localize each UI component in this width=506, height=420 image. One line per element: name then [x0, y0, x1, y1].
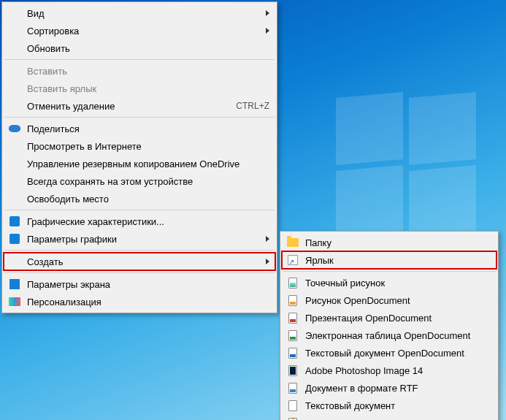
intel-icon — [8, 215, 21, 228]
personalize-icon — [8, 295, 21, 308]
blank-icon — [8, 7, 21, 20]
menu-item-label: Точечный рисунок — [305, 278, 491, 289]
blank-icon — [8, 64, 21, 77]
menu-item-gfx-params[interactable]: Параметры графики — [4, 230, 275, 248]
menu-item-refresh[interactable]: Обновить — [4, 39, 275, 57]
menu-separator — [4, 250, 275, 251]
menu-item-label: Вид — [27, 8, 260, 19]
menu-item-label: Поделиться — [27, 123, 269, 134]
menu-item-always-save[interactable]: Всегда сохранять на этом устройстве — [4, 172, 275, 190]
menu-item-bmp[interactable]: Точечный рисунок — [282, 274, 497, 291]
blank-icon — [8, 82, 21, 95]
desktop-context-menu: ВидСортировкаОбновитьВставитьВставить яр… — [1, 1, 277, 313]
menu-item-shortcut: CTRL+Z — [236, 101, 269, 111]
onedrive-icon — [8, 122, 21, 135]
blank-icon — [8, 255, 21, 268]
menu-item-psd[interactable]: Adobe Photoshop Image 14 — [282, 362, 497, 379]
menu-item-zip[interactable]: Сжатая ZIP-папка — [282, 414, 497, 420]
file-odg-icon — [286, 294, 299, 307]
file-bmp-icon — [286, 276, 299, 289]
menu-item-odg[interactable]: Рисунок OpenDocument — [282, 291, 497, 309]
menu-item-label: Вставить — [27, 66, 269, 77]
menu-item-folder[interactable]: Папку — [282, 234, 497, 251]
menu-item-label: Управление резервным копированием OneDri… — [27, 159, 269, 169]
menu-item-paste-shortcut: Вставить ярлык — [4, 80, 275, 97]
menu-item-view[interactable]: Вид — [4, 4, 275, 22]
menu-item-label: Создать — [27, 256, 260, 267]
menu-item-label: Персонализация — [27, 297, 269, 308]
menu-separator — [4, 272, 275, 273]
blank-icon — [8, 99, 21, 112]
intel-icon — [8, 232, 21, 245]
menu-item-label: Adobe Photoshop Image 14 — [305, 365, 491, 376]
menu-item-label: Текстовый документ — [305, 400, 491, 411]
file-txt-icon — [286, 399, 299, 412]
file-odt-icon — [286, 346, 299, 359]
file-psd-icon — [286, 364, 299, 377]
menu-item-shortcut[interactable]: Ярлык — [282, 251, 497, 269]
menu-item-create[interactable]: Создать — [4, 253, 275, 270]
menu-item-label: Ярлык — [305, 255, 491, 266]
menu-item-label: Документ в формате RTF — [305, 383, 491, 394]
menu-separator — [4, 117, 275, 118]
blank-icon — [8, 157, 21, 170]
file-ods-icon — [286, 329, 299, 342]
menu-item-onedrive-backup[interactable]: Управление резервным копированием OneDri… — [4, 155, 275, 172]
chevron-right-icon — [266, 28, 269, 34]
file-odp-icon — [286, 311, 299, 324]
menu-item-rtf[interactable]: Документ в формате RTF — [282, 379, 497, 397]
windows-logo — [336, 95, 482, 241]
settings-icon — [8, 278, 21, 291]
menu-item-undo-delete[interactable]: Отменить удалениеCTRL+Z — [4, 97, 275, 115]
menu-item-gfx-props[interactable]: Графические характеристики... — [4, 213, 275, 230]
create-submenu: ПапкуЯрлыкТочечный рисунокРисунок OpenDo… — [280, 231, 499, 420]
menu-item-label: Параметры экрана — [27, 279, 269, 290]
menu-item-txt[interactable]: Текстовый документ — [282, 397, 497, 414]
shortcut-icon — [286, 253, 299, 267]
menu-separator — [4, 59, 275, 60]
chevron-right-icon — [266, 259, 269, 264]
menu-separator — [283, 271, 496, 272]
menu-item-label: Графические характеристики... — [27, 216, 269, 227]
menu-item-label: Папку — [305, 237, 491, 248]
menu-item-label: Всегда сохранять на этом устройстве — [27, 176, 269, 187]
blank-icon — [8, 42, 21, 55]
menu-item-label: Текстовый документ OpenDocument — [305, 348, 491, 359]
blank-icon — [8, 140, 21, 153]
chevron-right-icon — [266, 236, 269, 242]
menu-item-label: Сжатая ZIP-папка — [305, 418, 491, 421]
menu-separator — [4, 210, 275, 210]
menu-item-personalize[interactable]: Персонализация — [4, 293, 275, 310]
menu-item-label: Электронная таблица OpenDocument — [305, 330, 491, 341]
chevron-right-icon — [266, 10, 269, 16]
menu-item-share[interactable]: Поделиться — [4, 120, 275, 137]
blank-icon — [8, 175, 21, 188]
menu-item-odt[interactable]: Текстовый документ OpenDocument — [282, 344, 497, 362]
menu-item-label: Рисунок OpenDocument — [305, 295, 491, 306]
menu-item-label: Просмотреть в Интернете — [27, 141, 269, 152]
menu-item-ods[interactable]: Электронная таблица OpenDocument — [282, 327, 497, 344]
menu-item-paste: Вставить — [4, 62, 275, 80]
menu-item-label: Параметры графики — [27, 234, 260, 245]
menu-item-label: Отменить удаление — [27, 101, 229, 112]
blank-icon — [8, 192, 21, 205]
menu-item-sort[interactable]: Сортировка — [4, 22, 275, 39]
menu-item-label: Вставить ярлык — [27, 83, 269, 94]
menu-item-display-settings[interactable]: Параметры экрана — [4, 275, 275, 293]
menu-item-odp[interactable]: Презентация OpenDocument — [282, 309, 497, 327]
menu-item-label: Освободить место — [27, 194, 269, 205]
blank-icon — [8, 24, 21, 37]
menu-item-label: Обновить — [27, 43, 269, 54]
menu-item-free-space[interactable]: Освободить место — [4, 190, 275, 207]
file-rtf-icon — [286, 381, 299, 394]
folder-icon — [286, 236, 299, 249]
file-zip-icon — [286, 416, 299, 420]
menu-item-label: Презентация OpenDocument — [305, 313, 491, 324]
menu-item-label: Сортировка — [27, 26, 260, 37]
menu-item-view-online[interactable]: Просмотреть в Интернете — [4, 137, 275, 155]
